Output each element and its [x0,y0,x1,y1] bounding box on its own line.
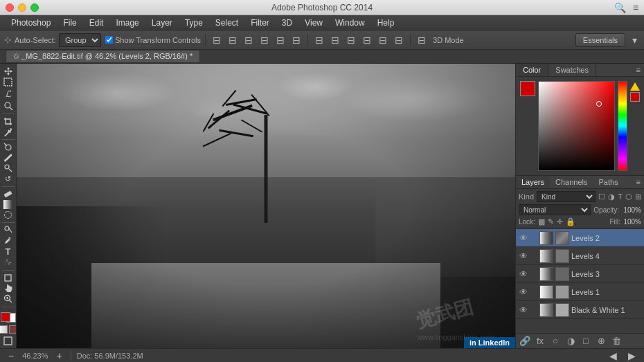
history-brush-tool[interactable]: ↺ [1,174,15,183]
menu-photoshop[interactable]: Photoshop [6,17,56,29]
layer-group-icon[interactable]: □ [580,336,592,346]
lock-paint-icon[interactable]: ✎ [548,217,554,226]
layer-visibility-levels3[interactable]: 👁 [519,269,528,279]
align-bottom-icon[interactable]: ⊟ [289,33,303,47]
move-tool[interactable] [1,66,15,76]
text-tool[interactable]: T [1,246,15,257]
blend-mode-select[interactable]: Normal Multiply Screen [519,204,591,215]
link-layers-icon[interactable]: 🔗 [519,336,531,346]
menu-edit[interactable]: Edit [84,17,109,29]
paths-tab[interactable]: Paths [593,176,624,188]
expand-panel-icon[interactable]: ▶ [625,349,638,363]
brush-tool[interactable] [1,153,15,162]
layer-visibility-bw1[interactable]: 👁 [519,305,528,315]
arrange-icon[interactable]: ⊟ [415,33,429,47]
gamut-warning-icon[interactable] [630,82,640,91]
layer-item-bw1[interactable]: 👁 Black & White 1 [516,301,644,319]
delete-layer-icon[interactable]: 🗑 [610,336,623,346]
transform-controls-checkbox[interactable] [105,36,113,44]
crop-tool[interactable] [1,117,15,126]
fill-value[interactable]: 100% [622,218,641,226]
dist-icon1[interactable]: ⊟ [312,33,326,47]
layer-item-levels2[interactable]: 👁 Levels 2 [516,229,644,247]
color-panel-menu[interactable]: ≡ [633,64,644,76]
channels-tab[interactable]: Channels [550,176,593,188]
hue-strip[interactable] [618,81,627,171]
dist-icon6[interactable]: ⊟ [392,33,406,47]
zoom-out-icon[interactable]: − [6,349,17,363]
dist-icon4[interactable]: ⊟ [360,33,374,47]
align-center-h-icon[interactable]: ⊟ [274,33,287,47]
marquee-tool[interactable] [1,78,15,87]
adj-filter-icon[interactable]: ◑ [608,192,615,201]
dist-icon5[interactable]: ⊟ [376,33,390,47]
auto-select-dropdown[interactable]: Group Layer [59,33,101,47]
swatches-tab[interactable]: Swatches [548,64,596,76]
lock-all-icon[interactable]: 🔒 [566,217,575,226]
eraser-tool[interactable] [1,189,15,198]
document-tab[interactable]: ✩ _MG_8822-Edit.tif @ 46.2% (Levels 2, R… [6,50,200,63]
eyedropper-tool[interactable] [1,127,15,136]
align-top-icon[interactable]: ⊟ [258,33,271,47]
quick-mask-icon[interactable] [9,325,17,334]
normal-mode-icon[interactable] [0,325,8,334]
gradient-tool[interactable] [1,200,15,209]
menu-help[interactable]: Help [372,17,400,29]
search-icon[interactable]: 🔍 [614,2,626,13]
pen-tool[interactable] [1,236,15,245]
maximize-button[interactable] [30,3,39,12]
layer-item-levels1[interactable]: 👁 Levels 1 [516,283,644,301]
essentials-button[interactable]: Essentials [575,33,625,47]
close-button[interactable] [6,3,14,12]
menu-type[interactable]: Type [179,17,208,29]
healing-tool[interactable] [1,143,15,152]
menu-window[interactable]: Window [330,17,370,29]
blur-tool[interactable] [1,210,15,219]
color-spectrum[interactable] [538,81,615,171]
minimize-button[interactable] [18,3,26,12]
opacity-value[interactable]: 100% [620,206,641,214]
menu-layer[interactable]: Layer [146,17,178,29]
path-select-tool[interactable] [1,258,15,267]
layer-effects-icon[interactable]: fx [534,336,546,346]
menu-view[interactable]: View [299,17,328,29]
layer-visibility-levels2[interactable]: 👁 [519,233,528,243]
menu-select[interactable]: Select [210,17,244,29]
dist-icon2[interactable]: ⊟ [328,33,342,47]
zoom-tool[interactable] [1,294,15,303]
align-left-icon[interactable]: ⊟ [210,33,224,47]
new-layer-icon[interactable]: ⊕ [595,336,607,346]
menu-image[interactable]: Image [110,17,144,29]
kind-select[interactable]: Kind Name Effect [537,191,596,202]
layers-tab[interactable]: Layers [516,176,550,188]
hand-tool[interactable] [1,284,15,293]
web-safe-icon[interactable] [630,92,640,102]
quick-select-tool[interactable] [1,101,15,111]
layer-item-levels4[interactable]: 👁 Levels 4 [516,247,644,265]
layer-visibility-levels4[interactable]: 👁 [519,251,528,261]
shape-tool[interactable] [1,273,15,282]
menu-file[interactable]: File [57,17,82,29]
color-tab[interactable]: Color [516,64,548,76]
menu-icon[interactable]: ≡ [633,2,638,13]
lock-move-icon[interactable]: ✛ [557,217,563,226]
minimize-panel-icon[interactable]: ◀ [607,349,620,363]
align-right-icon[interactable]: ⊟ [242,33,256,47]
smart-filter-icon[interactable]: ⊞ [635,192,641,201]
zoom-in-icon[interactable]: + [54,349,65,363]
menu-filter[interactable]: Filter [245,17,275,29]
clone-tool[interactable] [1,163,15,172]
lasso-tool[interactable]: 𝓛 [1,88,15,100]
transform-controls-label[interactable]: Show Transform Controls [105,36,201,44]
pixel-filter-icon[interactable]: ☐ [598,192,605,201]
lock-transparent-icon[interactable]: ▩ [538,217,545,226]
shape-filter-icon[interactable]: ⬡ [625,192,632,201]
layer-mask-icon[interactable]: ○ [549,336,562,346]
type-filter-icon[interactable]: T [618,192,623,201]
dist-icon3[interactable]: ⊟ [344,33,358,47]
align-center-v-icon[interactable]: ⊟ [226,33,240,47]
layer-visibility-levels1[interactable]: 👁 [519,287,528,297]
screen-mode-icon[interactable] [1,336,15,345]
layers-panel-menu[interactable]: ≡ [633,176,644,188]
menu-3d[interactable]: 3D [276,17,298,29]
